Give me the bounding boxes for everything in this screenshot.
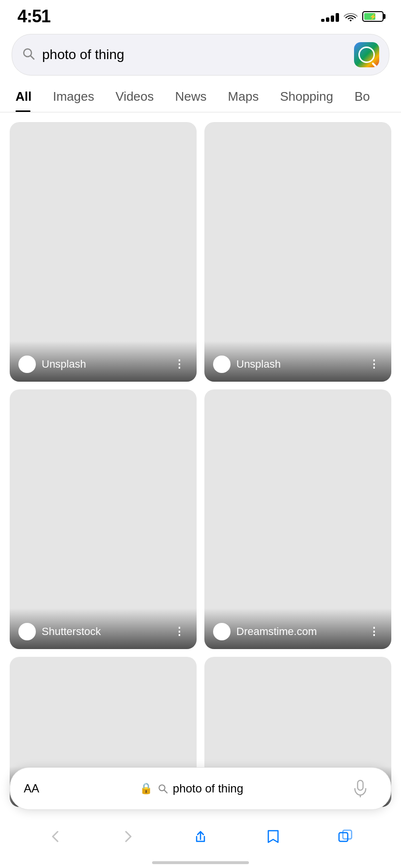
card-source: Shutterstock <box>18 623 101 640</box>
result-card-shutterstock[interactable]: Shutterstock ⋮ <box>10 389 197 649</box>
card-more-button[interactable]: ⋮ <box>171 356 188 372</box>
bookmarks-button[interactable] <box>256 824 290 849</box>
share-button[interactable] <box>184 824 217 849</box>
status-bar: 4:51 ⚡ <box>0 0 401 29</box>
tab-maps[interactable]: Maps <box>217 84 270 112</box>
address-bar[interactable]: AA 🔒 photo of thing <box>10 767 391 810</box>
search-bar-container: photo of thing <box>0 29 401 76</box>
google-lens-button[interactable] <box>354 42 379 67</box>
source-avatar <box>18 623 36 640</box>
filter-tabs: All Images Videos News Maps Shopping Bo <box>0 76 401 112</box>
status-icons: ⚡ <box>321 11 384 22</box>
lock-icon: 🔒 <box>139 782 153 795</box>
tab-all[interactable]: All <box>12 84 42 112</box>
tab-news[interactable]: News <box>165 84 217 112</box>
forward-button[interactable] <box>111 824 145 849</box>
search-small-icon <box>157 783 168 794</box>
svg-line-1 <box>31 56 34 59</box>
search-icon <box>22 47 35 63</box>
tabs-button[interactable] <box>328 824 362 849</box>
source-name: Shutterstock <box>42 625 101 638</box>
bottom-nav <box>0 820 401 853</box>
tab-images[interactable]: Images <box>42 84 105 112</box>
svg-rect-4 <box>357 780 363 790</box>
aa-label[interactable]: AA <box>24 782 39 795</box>
address-center[interactable]: 🔒 photo of thing <box>139 782 243 795</box>
source-avatar <box>18 356 36 373</box>
source-name: Unsplash <box>42 358 86 371</box>
result-card-unsplash-1[interactable]: Unsplash ⋮ <box>10 122 197 382</box>
result-card-dreamstime[interactable]: Dreamstime.com ⋮ <box>204 389 391 649</box>
result-card-unsplash-2[interactable]: Unsplash ⋮ <box>204 122 391 382</box>
tab-books[interactable]: Bo <box>344 84 381 112</box>
card-more-button[interactable]: ⋮ <box>366 623 383 640</box>
tab-shopping[interactable]: Shopping <box>269 84 344 112</box>
card-more-button[interactable]: ⋮ <box>171 623 188 640</box>
home-indicator <box>152 861 249 864</box>
search-query[interactable]: photo of thing <box>42 47 347 62</box>
card-source: Unsplash <box>18 356 86 373</box>
source-name: Dreamstime.com <box>236 625 317 638</box>
card-more-button[interactable]: ⋮ <box>366 356 383 372</box>
battery-icon: ⚡ <box>362 11 384 22</box>
svg-line-3 <box>164 790 167 793</box>
results-grid: Unsplash ⋮ Unsplash ⋮ Shutterstock ⋮ <box>0 112 401 817</box>
source-name: Unsplash <box>236 358 281 371</box>
card-source: Dreamstime.com <box>213 623 317 640</box>
status-time: 4:51 <box>17 6 50 27</box>
card-source: Unsplash <box>213 356 281 373</box>
source-avatar <box>213 356 231 373</box>
wifi-icon <box>344 12 357 21</box>
back-button[interactable] <box>39 824 73 849</box>
source-avatar <box>213 623 231 640</box>
signal-icon <box>321 11 339 22</box>
address-text[interactable]: photo of thing <box>173 782 243 795</box>
text-size-button[interactable]: AA <box>24 782 39 795</box>
tab-videos[interactable]: Videos <box>105 84 165 112</box>
search-bar[interactable]: photo of thing <box>12 34 389 76</box>
mic-button[interactable] <box>343 776 377 801</box>
